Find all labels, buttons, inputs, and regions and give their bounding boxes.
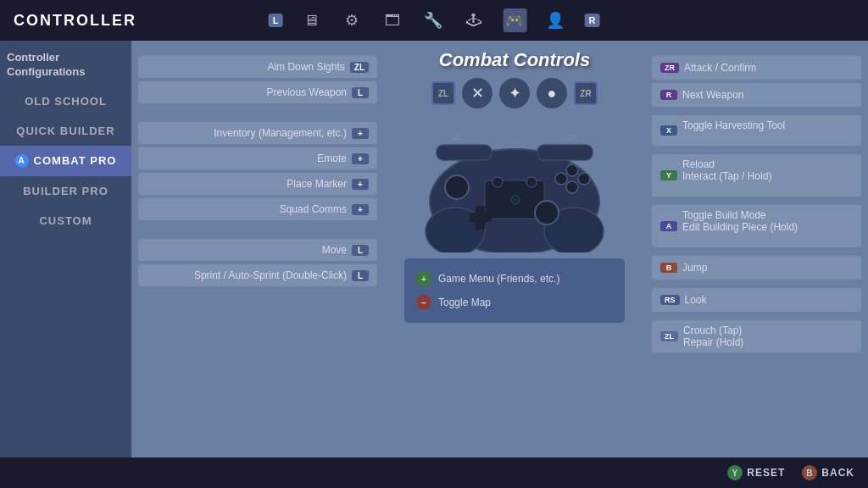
right-divider-1 [652, 110, 861, 114]
crouch-text: Crouch (Tap) Repair (Hold) [683, 324, 743, 348]
bottom-panel: + Game Menu (Friends, etc.) − Toggle Map [404, 258, 625, 323]
next-weapon-badge: R [660, 90, 677, 100]
control-next-weapon: R Next Weapon [652, 83, 861, 107]
controller-image: ZL ZR ⊙ [421, 121, 608, 248]
icon-gear[interactable]: ⚙ [340, 8, 364, 32]
edit-label: Edit Building Piece (Hold) [682, 221, 798, 233]
build-text: Toggle Build Mode Edit Building Piece (H… [682, 209, 798, 243]
game-menu-label: Game Menu (Friends, etc.) [438, 273, 559, 285]
icon-gamepad-alt[interactable]: 🕹 [462, 8, 486, 32]
circle-icon: ● [537, 78, 567, 108]
left-controls: Aim Down Sights ZL Previous Weapon L Inv… [131, 49, 377, 449]
move-label: Move [147, 244, 347, 256]
svg-rect-12 [470, 213, 492, 222]
inventory-label: Inventory (Management, etc.) [147, 127, 347, 139]
control-move: Move L [138, 239, 377, 261]
icon-user[interactable]: 👤 [543, 8, 567, 32]
footer: Y RESET B back [0, 458, 868, 488]
reset-badge: Y [727, 465, 743, 480]
attack-label: Attack / Confirm [684, 62, 756, 74]
cross-icon: ✕ [462, 78, 492, 108]
right-divider-2 [652, 149, 861, 152]
control-sprint: Sprint / Auto-Sprint (Double-Click) L [138, 264, 377, 286]
game-menu-row: + Game Menu (Friends, etc.) [416, 267, 613, 291]
harvest-sub: - [682, 131, 785, 141]
attack-badge: ZR [660, 63, 679, 73]
harvest-badge: X [660, 125, 677, 136]
control-jump: B Jump [652, 256, 861, 280]
look-label: Look [685, 294, 707, 306]
control-inventory: Inventory (Management, etc.) + [138, 122, 377, 144]
control-squad-comms: Squad Comms + [138, 198, 377, 220]
app-title: CONTROLLER [14, 12, 136, 30]
control-toggle-harvesting: X Toggle Harvesting Tool - [652, 115, 861, 146]
svg-rect-4 [537, 145, 593, 160]
squad-comms-badge: + [352, 204, 369, 215]
back-button[interactable]: B back [802, 465, 854, 480]
jump-badge: B [660, 263, 677, 273]
control-reload: Y Reload Interact (Tap / Hold) - [652, 154, 861, 197]
badge-l: L [269, 14, 283, 27]
section-title: Combat Controls [439, 49, 590, 71]
reset-button[interactable]: Y RESET [727, 465, 785, 480]
control-place-marker: Place Marker + [138, 173, 377, 195]
aim-down-sights-label: Aim Down Sights [147, 61, 345, 73]
sidebar-item-custom[interactable]: CUSTOM [0, 206, 131, 236]
minus-badge: − [416, 295, 431, 310]
emote-label: Emote [147, 152, 347, 164]
zl-indicator: ZL [431, 81, 455, 105]
sidebar-item-quick-builder[interactable]: QUICK BUILDER [0, 116, 131, 146]
svg-rect-3 [437, 145, 492, 160]
back-badge: B [802, 465, 817, 480]
svg-point-13 [566, 181, 578, 193]
sidebar-item-builder-pro[interactable]: BUILDER PRO [0, 176, 131, 206]
next-weapon-label: Next Weapon [682, 89, 744, 101]
build-badge: A [660, 221, 677, 231]
jump-label: Jump [682, 262, 707, 274]
place-marker-label: Place Marker [147, 178, 347, 190]
svg-point-10 [535, 201, 559, 225]
look-badge: RS [660, 295, 680, 305]
interact-label: Interact (Tap / Hold) [682, 170, 771, 182]
previous-weapon-label: Previous Weapon [147, 86, 347, 98]
svg-point-17 [526, 177, 537, 187]
controller-svg: ZL ZR ⊙ [421, 121, 608, 252]
crouch-badge: ZL [660, 331, 678, 341]
move-badge: L [352, 245, 369, 256]
reset-label: RESET [747, 467, 785, 479]
place-marker-badge: + [352, 179, 369, 190]
control-toggle-build: A Toggle Build Mode Edit Building Piece … [652, 205, 861, 247]
svg-point-16 [566, 164, 578, 176]
plus-badge: + [416, 271, 431, 286]
sprint-label: Sprint / Auto-Sprint (Double-Click) [147, 269, 347, 281]
previous-weapon-badge: L [352, 87, 369, 98]
badge-r: R [584, 14, 599, 27]
crouch-label: Crouch (Tap) [683, 324, 743, 336]
sidebar: ControllerConfigurations OLD SCHOOL QUIC… [0, 41, 131, 458]
control-previous-weapon: Previous Weapon L [138, 81, 377, 103]
edit-sub: - [682, 233, 798, 243]
right-divider-3 [652, 200, 861, 203]
icon-display[interactable]: 🗔 [381, 8, 404, 32]
sidebar-item-old-school[interactable]: OLD SCHOOL [0, 86, 131, 116]
svg-point-18 [492, 177, 503, 187]
harvest-label: Toggle Harvesting Tool [682, 119, 785, 131]
content-area: Aim Down Sights ZL Previous Weapon L Inv… [131, 41, 868, 458]
svg-text:⊙: ⊙ [509, 192, 520, 207]
control-emote: Emote + [138, 147, 377, 169]
icon-controller[interactable]: 🎮 [503, 8, 526, 32]
main-content: ControllerConfigurations OLD SCHOOL QUIC… [0, 41, 868, 458]
reload-badge: Y [660, 170, 677, 180]
emote-badge: + [352, 153, 369, 164]
back-label: back [821, 467, 854, 479]
svg-point-14 [555, 173, 567, 185]
toggle-map-label: Toggle Map [438, 297, 491, 308]
icon-tool[interactable]: 🔧 [421, 8, 445, 32]
harvest-text: Toggle Harvesting Tool - [682, 119, 785, 141]
control-attack-confirm: ZR Attack / Confirm [652, 56, 861, 80]
icon-monitor[interactable]: 🖥 [299, 8, 323, 32]
sidebar-item-combat-pro[interactable]: A COMBAT PRO [0, 146, 131, 176]
control-crouch: ZL Crouch (Tap) Repair (Hold) [652, 320, 861, 352]
control-look: RS Look [652, 288, 861, 312]
zr-indicator: ZR [574, 81, 598, 105]
